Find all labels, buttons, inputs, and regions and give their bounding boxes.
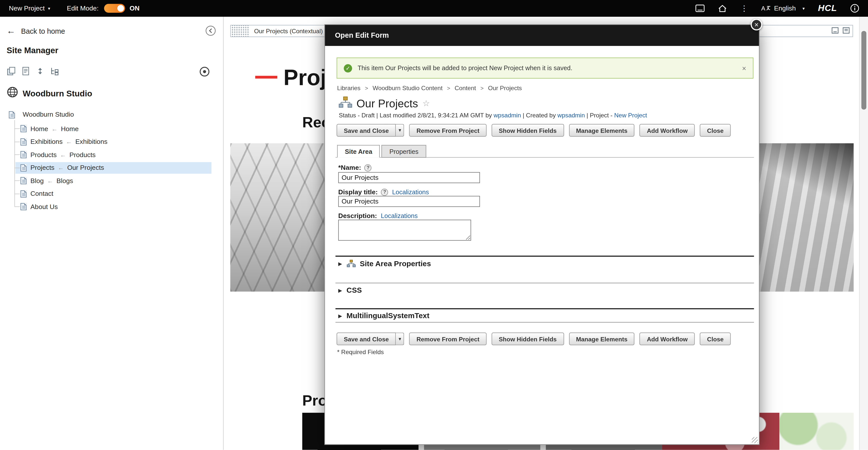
section-css[interactable]: ▶ CSS (338, 286, 362, 294)
hcl-logo: HCL (818, 3, 837, 13)
description-label: Description: (338, 212, 377, 220)
edit-mode-state: ON (130, 4, 140, 12)
section-label: MultilingualSystemText (346, 312, 430, 320)
back-to-home[interactable]: ← Back to home (0, 24, 223, 37)
tree-item-exhibitions[interactable]: Exhibitions ← Exhibitions (16, 136, 211, 148)
tree-root-label: Woodburn Studio (23, 110, 74, 118)
close-button[interactable]: Close (700, 333, 731, 345)
remove-from-project-button[interactable]: Remove From Project (409, 124, 487, 137)
project-link[interactable]: New Project (614, 112, 647, 119)
preview-site-icon[interactable] (199, 66, 210, 79)
hierarchy-icon[interactable] (50, 66, 59, 78)
dialog-tabs: Site Area Properties (336, 144, 754, 158)
mapping-arrow-icon: ← (60, 151, 66, 158)
apps-panel-icon[interactable] (695, 4, 705, 12)
description-textarea[interactable] (338, 220, 471, 241)
site-header: Woodburn Studio (7, 87, 92, 100)
caret-down-icon: ▾ (399, 128, 401, 133)
content-name: Home (61, 125, 79, 133)
edit-mode-toggle[interactable] (104, 4, 125, 13)
back-arrow-icon[interactable]: ← (7, 26, 16, 36)
success-check-icon: ✓ (344, 64, 352, 72)
tab-properties[interactable]: Properties (382, 145, 426, 158)
breadcrumb-content[interactable]: Content (455, 85, 476, 91)
project-menu[interactable]: New Project (9, 4, 44, 12)
expand-triangle-icon[interactable]: ▶ (338, 261, 342, 266)
breadcrumb-libraries[interactable]: Libraries (337, 85, 360, 91)
mapping-arrow-icon: ← (47, 177, 53, 184)
tree-item-blog[interactable]: Blog ← Blogs (16, 175, 211, 187)
panel-title: Site Manager (7, 45, 59, 55)
breadcrumb-sep-icon: > (480, 85, 484, 91)
save-and-close-split: Save and Close ▾ (337, 124, 404, 137)
add-workflow-button[interactable]: Add Workflow (640, 333, 695, 345)
dialog-close-icon[interactable]: × (750, 19, 762, 30)
drag-handle[interactable] (231, 26, 250, 36)
portlet-action-icon-2[interactable] (842, 26, 850, 36)
description-localizations-link[interactable]: Localizations (381, 213, 417, 219)
open-edit-form-dialog: Open Edit Form ✓ This item Our Projects … (324, 24, 759, 445)
display-title-help-icon[interactable]: ? (381, 188, 388, 196)
tab-site-area[interactable]: Site Area (337, 145, 380, 158)
dismiss-message-icon[interactable]: × (742, 64, 746, 72)
expand-triangle-icon[interactable]: ▶ (338, 313, 342, 318)
save-and-close-button[interactable]: Save and Close (337, 124, 396, 137)
status-text: Status - Draft | Last modified 2/8/21, 9… (339, 112, 494, 119)
breadcrumb-library[interactable]: Woodburn Studio Content (373, 85, 442, 91)
portlet-action-icon-1[interactable] (832, 26, 839, 36)
dialog-title: Open Edit Form (325, 25, 759, 46)
show-hidden-fields-button[interactable]: Show Hidden Fields (492, 333, 564, 345)
create-page-icon[interactable] (7, 66, 16, 78)
home-icon[interactable] (718, 4, 727, 12)
page-scrollbar[interactable] (859, 17, 868, 450)
move-page-icon[interactable] (35, 66, 45, 78)
project-caret-icon[interactable]: ▾ (48, 6, 50, 11)
collapse-panel-icon[interactable] (206, 26, 216, 38)
name-input[interactable] (338, 172, 480, 183)
name-help-icon[interactable]: ? (365, 164, 372, 171)
show-hidden-fields-button[interactable]: Show Hidden Fields (492, 124, 564, 137)
manage-elements-button[interactable]: Manage Elements (569, 333, 634, 345)
created-by-link[interactable]: wpsadmin (557, 112, 585, 119)
tree-item-home[interactable]: Home ← Home (16, 123, 211, 135)
favorite-star-icon[interactable]: ☆ (423, 98, 430, 108)
tree-item-products[interactable]: Products ← Products (16, 149, 211, 161)
site-icon (9, 111, 15, 118)
add-workflow-button[interactable]: Add Workflow (640, 124, 695, 137)
save-and-close-button[interactable]: Save and Close (337, 333, 396, 345)
save-options-caret[interactable]: ▾ (396, 333, 404, 345)
edit-page-icon[interactable] (21, 66, 30, 78)
page-icon (21, 177, 27, 184)
scrollbar-thumb[interactable] (861, 31, 866, 109)
section-divider (336, 322, 754, 322)
section-site-area-properties[interactable]: ▶ Site Area Properties (338, 259, 431, 268)
site-area-icon (338, 96, 353, 111)
heading-accent (255, 76, 277, 79)
tree-item-about-us[interactable]: About Us (16, 201, 211, 213)
info-icon[interactable] (850, 4, 859, 13)
manage-elements-button[interactable]: Manage Elements (569, 124, 634, 137)
item-title-row: Our Projects ☆ (338, 96, 430, 111)
display-title-localizations-link[interactable]: Localizations (392, 189, 429, 196)
dialog-resize-handle[interactable] (752, 437, 758, 443)
tree-item-contact[interactable]: Contact (16, 188, 211, 199)
site-manager-panel: ← Back to home Site Manager (0, 17, 224, 450)
close-button[interactable]: Close (700, 124, 731, 137)
display-title-input[interactable] (338, 196, 480, 207)
status-text: | Project - (585, 112, 614, 119)
save-options-caret[interactable]: ▾ (396, 124, 404, 137)
breadcrumb-sep-icon: > (365, 85, 368, 91)
mapping-arrow-icon: ← (66, 138, 72, 145)
modified-by-link[interactable]: wpsadmin (493, 112, 521, 119)
page-name: Blog (30, 177, 44, 185)
more-options-icon[interactable]: ⋮ (740, 4, 748, 12)
expand-triangle-icon[interactable]: ▶ (338, 287, 342, 293)
mapping-arrow-icon: ← (58, 164, 64, 171)
remove-from-project-button[interactable]: Remove From Project (409, 333, 487, 345)
back-label: Back to home (21, 27, 65, 35)
section-multilingual-system-text[interactable]: ▶ MultilingualSystemText (338, 312, 430, 320)
tree-root[interactable]: Woodburn Studio (9, 110, 74, 118)
site-toolbar (0, 66, 223, 77)
tree-item-projects[interactable]: Projects ← Our Projects (16, 162, 211, 173)
language-selector[interactable]: A English ▾ (761, 4, 805, 12)
